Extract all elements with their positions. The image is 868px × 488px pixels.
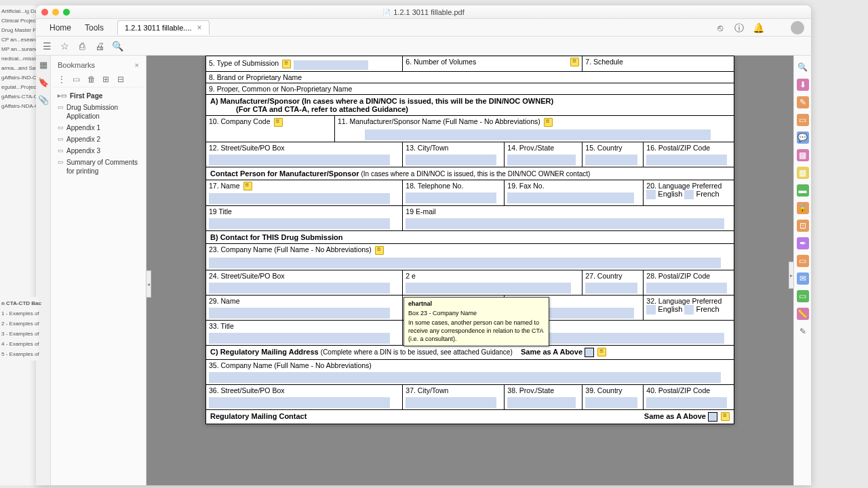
share-icon[interactable]: ⎋ [715, 22, 726, 33]
create-tool-icon[interactable]: ✎ [797, 96, 809, 108]
field-28-input[interactable] [646, 283, 726, 293]
organize-tool-icon[interactable]: ▦ [797, 167, 809, 179]
maximize-window-button[interactable] [63, 9, 70, 16]
bookmarks-tab-icon[interactable]: 🔖 [38, 77, 49, 88]
close-panel-icon[interactable]: × [135, 61, 139, 69]
french-checkbox-2[interactable] [684, 305, 694, 314]
field-36-label: 36. Street/Suite/PO Box [209, 386, 284, 394]
field-36-input[interactable] [209, 397, 390, 408]
bm-expand-icon[interactable]: ⊞ [102, 75, 112, 84]
french-checkbox[interactable] [684, 190, 694, 199]
attachments-tab-icon[interactable]: 📎 [38, 95, 49, 106]
field-37-input[interactable] [406, 397, 496, 408]
english-checkbox-2[interactable] [646, 305, 656, 314]
stamp-tool-icon[interactable]: ▭ [797, 290, 809, 302]
note-icon[interactable] [282, 60, 291, 68]
field-29-input[interactable] [209, 308, 390, 319]
document-viewport[interactable]: 5. Type of Submission 6. Number of Volum… [146, 56, 793, 485]
same-as-a-checkbox-2[interactable] [708, 412, 717, 422]
field-19-input[interactable] [507, 192, 633, 203]
bm-collapse-icon[interactable]: ⊟ [117, 75, 127, 84]
field-17-input[interactable] [209, 193, 390, 204]
account-icon[interactable] [791, 21, 804, 35]
field-19e-input[interactable] [406, 218, 724, 229]
left-sidebar: ▦ 🔖 📎 Bookmarks × ⋮ ▭ 🗑 ⊞ ⊟ ▸▭First Page… [36, 56, 146, 485]
bookmark-item[interactable]: ▭Drug Submission Application [55, 102, 142, 122]
field-13-input[interactable] [406, 155, 496, 165]
note-icon[interactable] [570, 58, 579, 66]
comment-tool-icon[interactable]: 💬 [797, 131, 809, 144]
field-11-label: 11. Manufacturer/Sponsor Name (Full Name… [338, 117, 540, 125]
apps-grid-icon[interactable] [772, 22, 783, 33]
field-8-label: 8. Brand or Proprietary Name [209, 73, 302, 81]
more-tools-icon[interactable]: ✎ [797, 325, 809, 338]
field-25-input[interactable] [406, 283, 570, 293]
note-icon[interactable] [597, 348, 606, 357]
search-tool-icon[interactable]: 🔍 [797, 61, 809, 73]
field-33-input[interactable] [209, 333, 390, 344]
field-12-input[interactable] [209, 155, 390, 165]
note-icon[interactable] [721, 412, 730, 421]
collapse-left-handle[interactable]: ◂ [146, 270, 151, 298]
app-tabs: Home Tools 1.2.1 3011 fillable.... × ⎋ ⓘ… [36, 19, 811, 37]
field-11-input[interactable] [365, 129, 711, 140]
bookmark-item[interactable]: ▭Appendix 1 [55, 122, 142, 134]
note-icon-23[interactable] [375, 246, 384, 255]
bookmark-item[interactable]: ▸▭First Page [55, 90, 142, 102]
fill-sign-tool-icon[interactable]: ✒ [797, 237, 809, 249]
home-tab[interactable]: Home [43, 23, 78, 33]
bookmark-item[interactable]: ▭Summary of Comments for printing [55, 157, 142, 177]
collapse-right-handle[interactable]: ▸ [789, 262, 794, 289]
save-icon[interactable]: ⎙ [77, 41, 87, 52]
note-icon[interactable] [544, 118, 553, 127]
field-16-input[interactable] [646, 155, 726, 165]
field-15-input[interactable] [585, 155, 637, 165]
file-toolbar: ☰ ☆ ⎙ 🖨 🔍 [36, 37, 811, 56]
document-tab[interactable]: 1.2.1 3011 fillable.... × [117, 20, 209, 35]
field-23-input[interactable] [209, 258, 721, 268]
same-as-a-checkbox[interactable] [585, 348, 594, 357]
field-38-input[interactable] [507, 397, 576, 408]
thumbnails-tab-icon[interactable]: ▦ [38, 60, 49, 70]
sticky-note-tooltip: ehartnal Box 23 - Company Name In some c… [403, 297, 549, 346]
field-24-input[interactable] [209, 283, 390, 293]
protect-tool-icon[interactable]: 🔒 [797, 202, 809, 214]
minimize-window-button[interactable] [52, 9, 59, 16]
edit-tool-icon[interactable]: ▭ [797, 114, 809, 126]
redact-tool-icon[interactable]: ▬ [797, 184, 809, 197]
close-window-button[interactable] [41, 9, 48, 16]
bm-delete-icon[interactable]: 🗑 [87, 75, 97, 84]
note-icon[interactable] [274, 118, 283, 127]
send-tool-icon[interactable]: ✉ [797, 272, 809, 285]
tools-tab[interactable]: Tools [78, 23, 111, 33]
field-14-input[interactable] [507, 155, 576, 165]
combine-tool-icon[interactable]: ▩ [797, 149, 809, 161]
sidebar-toggle-icon[interactable]: ☰ [41, 41, 52, 52]
bookmarks-list: ▸▭First Page ▭Drug Submission Applicatio… [54, 87, 143, 180]
bookmark-item[interactable]: ▭Appendix 2 [55, 134, 142, 145]
print-icon[interactable]: 🖨 [94, 41, 105, 52]
field-19t-input[interactable] [209, 218, 390, 229]
field-5-input[interactable] [294, 60, 368, 70]
export-tool-icon[interactable]: ⬇ [797, 79, 809, 91]
close-tab-icon[interactable]: × [197, 23, 202, 33]
field-18-input[interactable] [406, 192, 496, 203]
field-24-label: 24. Street/Suite/PO Box [209, 272, 284, 280]
field-35-input[interactable] [209, 372, 721, 383]
bookmark-item[interactable]: ▭Appendix 3 [55, 145, 142, 157]
bookmark-icon[interactable]: ☆ [59, 41, 70, 52]
field-40-input[interactable] [646, 397, 726, 408]
bm-new-icon[interactable]: ▭ [73, 75, 82, 84]
note-icon[interactable] [243, 182, 252, 190]
help-icon[interactable]: ⓘ [734, 22, 745, 33]
prepare-tool-icon[interactable]: ▭ [797, 255, 809, 267]
english-checkbox[interactable] [646, 190, 656, 199]
measure-tool-icon[interactable]: 📏 [797, 308, 809, 320]
compress-tool-icon[interactable]: ⊡ [797, 220, 809, 232]
notifications-icon[interactable]: 🔔 [753, 22, 764, 33]
bm-options-icon[interactable]: ⋮ [58, 75, 67, 84]
field-27-input[interactable] [585, 283, 637, 293]
search-icon[interactable]: 🔍 [112, 41, 123, 52]
field-39-input[interactable] [585, 397, 637, 408]
app-window: 1.2.1 3011 fillable.pdf Home Tools 1.2.1… [36, 5, 811, 485]
